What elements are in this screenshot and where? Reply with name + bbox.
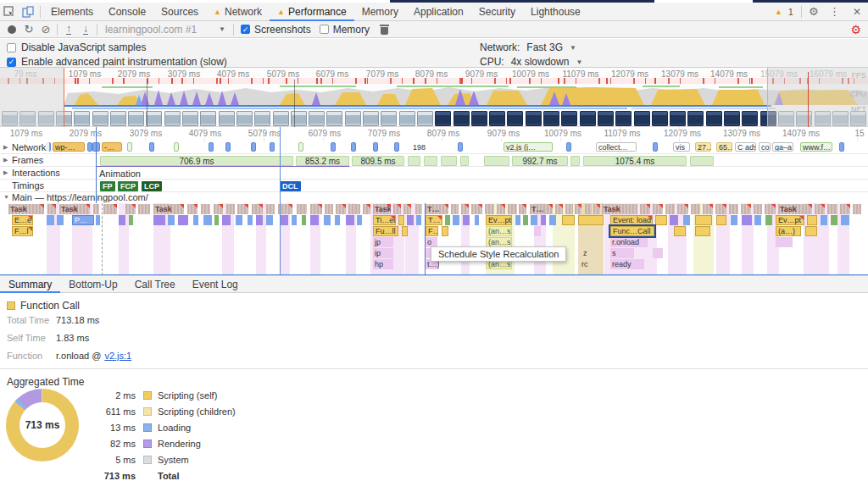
network-request-chip[interactable]	[566, 142, 571, 152]
screenshot-thumbnail[interactable]	[670, 111, 686, 126]
network-request-chip[interactable]: 65…	[716, 142, 732, 152]
task-bar[interactable]	[403, 204, 411, 214]
flame-event-chip[interactable]	[549, 215, 556, 225]
close-icon[interactable]: ✕	[846, 6, 868, 18]
flame-event-chip[interactable]: E…e	[12, 215, 33, 225]
network-request-chip[interactable]: vis	[673, 142, 690, 152]
details-tab-bottom-up[interactable]: Bottom-Up	[60, 276, 125, 293]
flame-event-chip[interactable]	[310, 215, 319, 225]
flame-event-chip[interactable]	[280, 215, 288, 225]
flame-event-chip[interactable]	[475, 215, 479, 225]
screenshot-thumbnail[interactable]	[182, 111, 198, 126]
tab-security[interactable]: Security	[471, 3, 523, 21]
network-request-chip[interactable]	[251, 142, 256, 152]
flame-event-chip[interactable]	[346, 215, 354, 225]
task-bar[interactable]: Task	[778, 204, 812, 214]
flame-event-chip[interactable]: Ev…pt	[776, 215, 804, 225]
frame-duration-bar[interactable]: 992.7 ms	[512, 156, 568, 166]
flame-event-chip[interactable]	[47, 215, 54, 225]
screenshot-thumbnail[interactable]	[74, 111, 90, 126]
flame-event-chip[interactable]: jp	[373, 237, 393, 247]
task-bar[interactable]	[310, 204, 322, 214]
network-request-chip[interactable]	[270, 142, 275, 152]
screenshot-thumbnail[interactable]	[615, 111, 632, 126]
flame-event-chip[interactable]: r.onload	[610, 237, 648, 247]
network-request-chip[interactable]	[458, 142, 463, 152]
flame-event-chip[interactable]	[324, 215, 331, 225]
network-request-chip[interactable]	[653, 142, 658, 152]
task-bar[interactable]	[729, 204, 738, 214]
memory-checkbox[interactable]	[320, 25, 329, 34]
flame-event-chip[interactable]	[222, 215, 231, 225]
flame-event-chip[interactable]	[541, 215, 546, 225]
network-request-chip[interactable]: -…	[102, 142, 122, 152]
flame-event-chip[interactable]	[168, 215, 175, 225]
flame-event-chip[interactable]	[523, 215, 528, 225]
main-thread-flamechart[interactable]: Schedule Style Recalculation TaskTaskTas…	[0, 203, 868, 275]
flame-event-chip[interactable]	[445, 215, 450, 225]
screenshot-thumbnail[interactable]	[580, 111, 596, 126]
screenshot-thumbnail[interactable]	[309, 111, 325, 126]
flame-event-chip[interactable]	[256, 215, 263, 225]
screenshot-thumbnail[interactable]	[724, 111, 740, 126]
flame-event-chip[interactable]	[398, 215, 404, 225]
screenshot-thumbnail[interactable]	[164, 111, 181, 126]
flame-event-chip[interactable]	[805, 226, 817, 236]
interactions-track[interactable]: ▶ Interactions Animation	[0, 167, 868, 180]
task-bar[interactable]	[266, 204, 275, 214]
task-bar[interactable]	[214, 204, 223, 214]
timing-marker-lcp[interactable]: LCP	[142, 181, 162, 191]
frame-duration-bar[interactable]: 1075.4 ms	[583, 156, 687, 166]
flame-event-chip[interactable]: Func…Call	[610, 226, 654, 236]
frame-duration-bar[interactable]	[424, 156, 437, 166]
frame-duration-bar[interactable]	[441, 156, 457, 166]
flame-event-chip[interactable]	[716, 215, 726, 225]
timings-track-label[interactable]: Timings	[12, 180, 47, 191]
task-bar[interactable]	[471, 204, 482, 214]
main-thread-track-header[interactable]: ▼ Main — https://learningpool.com/	[0, 192, 868, 203]
frame-duration-bar[interactable]	[460, 156, 469, 166]
tab-memory[interactable]: Memory	[354, 3, 406, 21]
tab-network[interactable]: ▲Network	[206, 3, 270, 21]
task-bar[interactable]	[765, 204, 776, 214]
interactions-track-label[interactable]: Interactions	[12, 168, 64, 178]
task-bar[interactable]	[93, 204, 99, 214]
flame-event-chip[interactable]	[153, 215, 165, 225]
task-bar[interactable]	[519, 204, 526, 214]
screenshot-thumbnail[interactable]	[417, 111, 433, 126]
capture-settings-gear-icon[interactable]: ⚙	[850, 23, 861, 36]
task-bar[interactable]	[201, 204, 210, 214]
flame-event-chip[interactable]: rc	[580, 259, 590, 269]
flamechart-ruler[interactable]: 1079 ms2079 ms3079 ms4079 ms5079 ms6079 …	[0, 127, 868, 141]
tab-sources[interactable]: Sources	[153, 3, 206, 21]
task-bar[interactable]	[363, 204, 370, 214]
network-request-chip[interactable]: C ads…	[735, 142, 756, 152]
flame-event-chip[interactable]	[357, 215, 362, 225]
screenshot-thumbnail[interactable]	[706, 111, 722, 126]
trash-icon[interactable]	[380, 25, 389, 35]
flame-event-chip[interactable]	[463, 215, 470, 225]
network-track[interactable]: ▶ Network wp-…-…198v2.js (j…collect…vis2…	[0, 141, 868, 154]
flame-event-chip[interactable]	[407, 215, 414, 225]
task-bar[interactable]: Task	[153, 204, 184, 214]
issues-warning-badge[interactable]: ▲ 1	[770, 7, 798, 17]
tab-application[interactable]: Application	[406, 3, 471, 21]
task-bar[interactable]	[237, 204, 248, 214]
network-request-chip[interactable]: collect…	[596, 142, 637, 152]
flame-event-chip[interactable]	[807, 215, 817, 225]
flame-event-chip[interactable]: (an…s)	[486, 226, 512, 236]
flame-event-chip[interactable]	[653, 248, 663, 258]
screenshot-thumbnail[interactable]	[363, 111, 379, 126]
screenshot-thumbnail[interactable]	[146, 111, 162, 126]
screenshot-thumbnail[interactable]	[652, 111, 668, 126]
task-bar[interactable]: Task	[602, 204, 637, 214]
flame-event-chip[interactable]: ready	[610, 259, 644, 269]
task-bar[interactable]: T…	[426, 204, 448, 214]
screenshot-thumbnail[interactable]	[219, 111, 235, 126]
task-bar[interactable]	[187, 204, 198, 214]
network-request-chip[interactable]	[351, 142, 356, 152]
flame-event-chip[interactable]	[178, 215, 188, 225]
timings-track[interactable]: Timings FPFCPLCPDCL	[0, 180, 868, 192]
screenshot-thumbnail[interactable]	[507, 111, 523, 126]
timing-marker-fcp[interactable]: FCP	[118, 181, 138, 191]
